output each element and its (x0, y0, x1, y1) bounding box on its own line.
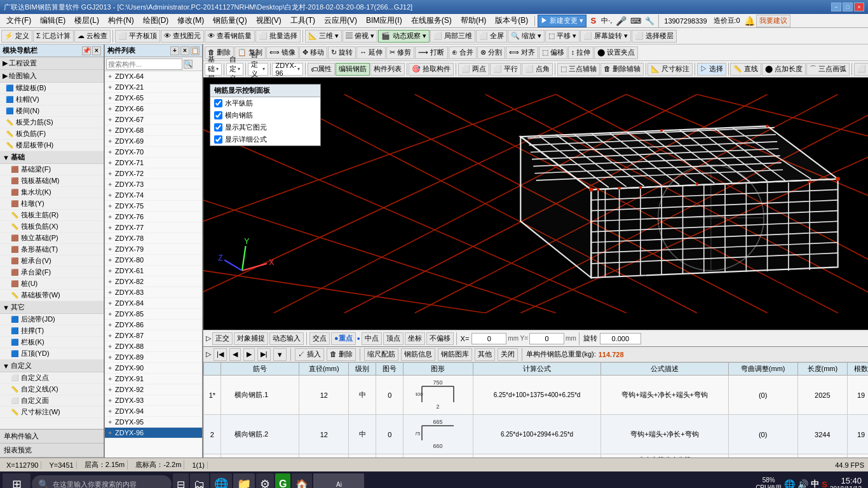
scale-rebar-btn[interactable]: 缩尺配筋 (364, 348, 398, 361)
menu-modify[interactable]: 修改(M) (173, 14, 208, 27)
table-row[interactable]: 2 12 中 0 665 75 (204, 415, 869, 454)
component-item-zdyx96[interactable]: ✦ZDYX-96 (105, 428, 202, 438)
taskbar-app-settings[interactable]: ⚙ (256, 473, 274, 488)
align-btn[interactable]: ⟺ 对齐 (506, 46, 538, 59)
cell-name[interactable] (220, 376, 299, 415)
insert-btn[interactable]: ↙ 插入 (295, 348, 324, 361)
layer-dropdown[interactable]: 基础层 ▾ (205, 63, 222, 76)
report-preview-btn[interactable]: 报表预览 (0, 444, 104, 458)
nav-first-btn[interactable]: |◀ (214, 348, 227, 361)
set-vertex-btn[interactable]: ⬤ 设置夹点 (594, 46, 638, 59)
component-list-btn[interactable]: 构件列表 (370, 63, 405, 76)
nav-item-yading[interactable]: 🟦 压顶(YD) (0, 348, 104, 360)
close-panel-btn[interactable]: 关闭 (498, 348, 518, 361)
top-view-btn[interactable]: ▤ 俯视 ▾ (342, 30, 377, 43)
move-btn[interactable]: ✥ 移动 (299, 46, 327, 59)
menu-rebar-qty[interactable]: 钢筋量(Q) (209, 14, 250, 27)
menu-tools[interactable]: 工具(T) (287, 14, 319, 27)
nav-item-chengtailiang[interactable]: 🟫 承台梁(F) (0, 267, 104, 278)
auto-def-dropdown[interactable]: 自定义 ▾ (226, 63, 243, 76)
nav-item-shouli[interactable]: 📏 板受力筋(S) (0, 117, 104, 128)
suggest-btn[interactable]: 我要建议 (756, 15, 790, 27)
property-btn[interactable]: 🏷 属性 (308, 63, 335, 76)
component-item-zdyx93[interactable]: ✦ZDYX-93 (105, 395, 202, 406)
intersection-btn[interactable]: 交点 (309, 332, 330, 345)
screen-rotate-btn[interactable]: ⬜ 屏幕旋转 ▾ (580, 30, 631, 43)
menu-help[interactable]: 帮助(H) (457, 14, 491, 27)
edit-rebar-btn[interactable]: 编辑钢筋 (336, 63, 370, 76)
local-3d-btn[interactable]: ⬜ 局部三维 (430, 30, 475, 43)
nav-item-chicunbiaozu[interactable]: 📏 尺寸标注(W) (0, 407, 104, 418)
code-dropdown[interactable]: ZDYX-96 ▾ (272, 63, 303, 76)
menu-draw[interactable]: 绘图(D) (139, 14, 173, 27)
pan-btn[interactable]: ⬚ 平移 ▾ (545, 30, 580, 43)
cell-name[interactable] (220, 415, 299, 454)
nav-prev-btn[interactable]: ◀ (229, 348, 241, 361)
nav-item-fabanzhu[interactable]: 📏 筏板主筋(R) (0, 210, 104, 221)
menu-edit[interactable]: 编辑(E) (36, 14, 69, 27)
nav-item-jicchuliang[interactable]: 🟫 基础梁(F) (0, 164, 104, 175)
component-item-zdyx21[interactable]: ✦ZDYX-21 (105, 82, 202, 93)
mid-new-btn[interactable]: + (170, 46, 179, 55)
component-item-zdyx64[interactable]: ✦ZDYX-64 (105, 71, 202, 82)
section-ziding[interactable]: ▼ 自定义 (0, 360, 104, 372)
menu-file[interactable]: 文件(F) (3, 14, 35, 27)
nav-item-loudai[interactable]: 📏 楼层板带(H) (0, 140, 104, 151)
component-item-zdyx69[interactable]: ✦ZDYX-69 (105, 136, 202, 147)
component-item-zdyx86[interactable]: ✦ZDYX-86 (105, 320, 202, 330)
rebar-checkbox-1[interactable] (214, 99, 222, 107)
select-btn[interactable]: ▷ 选择 (697, 63, 726, 76)
offset-btn[interactable]: ⬚ 偏移 (539, 46, 567, 59)
component-item-zdyx89[interactable]: ✦ZDYX-89 (105, 352, 202, 363)
minimize-btn[interactable]: − (831, 3, 841, 11)
mid-copy-btn[interactable]: 📋 (191, 46, 200, 55)
nav-next-btn[interactable]: ▶ (243, 348, 255, 361)
nav-down-btn[interactable]: ▼ (273, 348, 287, 361)
menu-version[interactable]: 版本号(B) (491, 14, 532, 27)
rebar-diagram-btn[interactable]: 钢筋图库 (438, 348, 472, 361)
menu-online[interactable]: 在线服务(S) (407, 14, 456, 27)
component-item-zdyx71[interactable]: ✦ZDYX-71 (105, 158, 202, 168)
cloud-check-btn[interactable]: ☁ 云检查 (74, 30, 111, 43)
rotate-value-input[interactable] (600, 333, 641, 344)
nav-item-zhuangchengtai[interactable]: 🟫 桩承台(V) (0, 255, 104, 267)
extend-btn[interactable]: ↔ 延伸 (356, 46, 386, 59)
clock[interactable]: 15:40 2018/11/13 (830, 476, 862, 488)
midpoint2-btn[interactable]: 中点 (362, 332, 382, 345)
rebar-option-other-elements[interactable]: 显示其它图元 (210, 121, 320, 133)
nav-item-houjiaodai[interactable]: 🟦 后浇带(JD) (0, 314, 104, 325)
snap-btn[interactable]: 对象捕捉 (234, 332, 268, 345)
rotate-btn[interactable]: ↻ 旋转 (328, 46, 356, 59)
menu-component[interactable]: 构件(N) (104, 14, 138, 27)
ortho-btn[interactable]: 正交 (212, 332, 233, 345)
component-item-zdyx83[interactable]: ✦ZDYX-83 (105, 287, 202, 298)
nav-last-btn[interactable]: ▶| (257, 348, 271, 361)
y-value-input[interactable] (529, 333, 564, 344)
3d-btn[interactable]: 📐 三维 ▾ (305, 30, 342, 43)
nav-item-loujian[interactable]: 🟦 楼间(N) (0, 105, 104, 117)
delete-row-btn[interactable]: 🗑 删除 (327, 348, 356, 361)
task-view-btn[interactable]: ⊟ (173, 473, 189, 488)
batch-select-btn[interactable]: ⬜ 批量选择 (255, 30, 301, 43)
mirror-btn[interactable]: ⟺ 镜像 (266, 46, 299, 59)
viewport[interactable]: X Y Z 钢筋显示控制面板 水平纵筋 (203, 78, 868, 330)
name-input-2[interactable] (234, 431, 285, 438)
component-item-zdyx75[interactable]: ✦ZDYX-75 (105, 201, 202, 212)
component-item-zdyx67[interactable]: ✦ZDYX-67 (105, 114, 202, 125)
component-item-zdyx61[interactable]: ✦ZDYX-61 (105, 266, 202, 276)
zoom-btn[interactable]: 🔍 缩放 ▾ (508, 30, 545, 43)
volume-icon[interactable]: 🔊 (797, 479, 808, 488)
mid-delete-btn[interactable]: × (180, 46, 189, 55)
vertex-btn[interactable]: 顶点 (383, 332, 403, 345)
find-element-btn[interactable]: 👁 查找图元 (161, 30, 204, 43)
nav-item-fabanjin[interactable]: 📏 筏板负筋(X) (0, 221, 104, 233)
midpoint-center-btn[interactable]: ●重点 (331, 332, 356, 345)
dynamic-input-btn[interactable]: 动态输入 (269, 332, 304, 345)
component-item-zdyx80[interactable]: ✦ZDYX-80 (105, 255, 202, 266)
nav-item-jishuikeng[interactable]: 🟫 集水坑(K) (0, 187, 104, 198)
taskbar-app-explorer[interactable]: 📁 (233, 473, 255, 488)
trim-btn[interactable]: ✂ 修剪 (386, 46, 414, 59)
nav-item-zdydian[interactable]: ⬜ 自定义点 (0, 372, 104, 384)
menu-floor[interactable]: 楼层(L) (71, 14, 103, 27)
component-item-zdyx79[interactable]: ✦ZDYX-79 (105, 244, 202, 255)
